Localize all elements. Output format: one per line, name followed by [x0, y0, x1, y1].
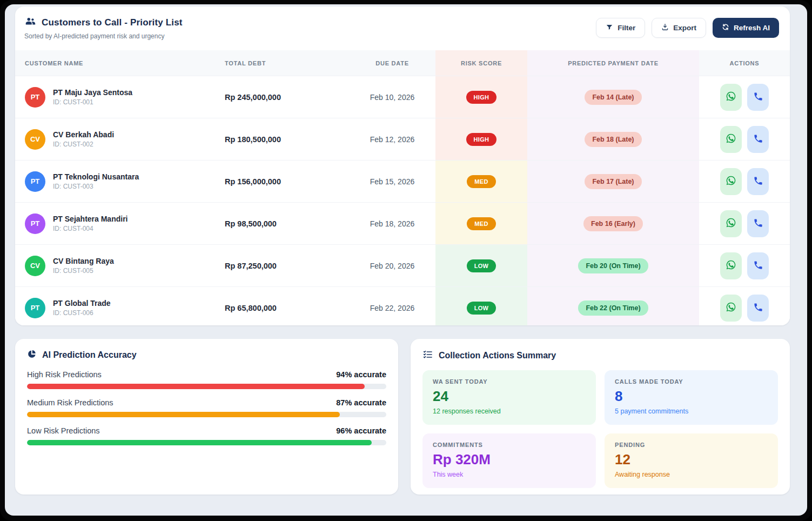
column-header-total-debt: TOTAL DEBT: [225, 50, 349, 76]
customer-id: ID: CUST-002: [53, 141, 114, 148]
stat-card-commitments: COMMITMENTS Rp 320M This week: [422, 433, 596, 488]
bar-track: [27, 440, 386, 445]
total-debt-value: Rp 65,800,000: [225, 287, 349, 325]
risk-score-badge: HIGH: [466, 133, 497, 146]
phone-icon: [753, 260, 763, 272]
accuracy-bar-medium: Medium Risk Predictions 87% accurate: [27, 398, 386, 417]
whatsapp-icon: [726, 133, 736, 145]
risk-score-badge: MED: [467, 217, 495, 230]
stat-card-pending: PENDING 12 Awaiting response: [605, 433, 778, 488]
total-debt-value: Rp 87,250,000: [225, 245, 349, 286]
due-date-value: Feb 18, 2026: [349, 203, 435, 244]
call-button[interactable]: [747, 126, 769, 153]
accuracy-bar-low: Low Risk Predictions 96% accurate: [27, 426, 386, 445]
customer-name: PT Maju Jaya Sentosa: [53, 88, 132, 97]
bar-fill: [27, 384, 365, 389]
customer-id: ID: CUST-004: [53, 225, 127, 232]
bar-label: High Risk Predictions: [27, 370, 102, 379]
page-subtitle: Sorted by AI-predicted payment risk and …: [24, 32, 183, 40]
stat-subtext: 5 payment commitments: [615, 408, 768, 415]
whatsapp-button[interactable]: [720, 295, 742, 322]
call-button[interactable]: [747, 252, 769, 279]
bar-value: 87% accurate: [336, 398, 386, 407]
customer-avatar: PT: [25, 213, 45, 234]
column-header-customer-name: CUSTOMER NAME: [15, 50, 225, 76]
phone-icon: [753, 176, 763, 188]
whatsapp-icon: [726, 175, 736, 188]
column-header-risk-score: RISK SCORE: [435, 50, 527, 76]
refresh-icon: [722, 23, 729, 32]
risk-score-badge: HIGH: [466, 91, 497, 104]
customer-avatar: CV: [25, 129, 45, 150]
refresh-ai-button[interactable]: Refresh AI: [713, 18, 779, 38]
predicted-date-pill: Feb 18 (Late): [585, 132, 641, 147]
predicted-date-pill: Feb 20 (On Time): [578, 258, 648, 273]
export-button[interactable]: Export: [652, 18, 706, 38]
priority-list-card: Customers to Call - Priority List Sorted…: [15, 6, 790, 325]
risk-score-badge: MED: [467, 175, 495, 188]
table-row: PT PT Teknologi Nusantara ID: CUST-003 R…: [15, 160, 790, 202]
whatsapp-button[interactable]: [720, 252, 742, 279]
download-icon: [661, 23, 669, 32]
stat-value: 24: [433, 388, 586, 405]
collection-summary-card: Collection Actions Summary WA SENT TODAY…: [411, 339, 790, 495]
stat-subtext: 12 responses received: [433, 408, 586, 415]
customer-avatar: CV: [25, 256, 45, 276]
whatsapp-button[interactable]: [720, 210, 742, 237]
call-button[interactable]: [747, 210, 769, 237]
stat-subtext: This week: [433, 471, 586, 478]
column-header-actions: ACTIONS: [699, 50, 790, 76]
bar-track: [27, 384, 386, 389]
stat-value: 12: [615, 451, 768, 468]
customer-name: PT Global Trade: [53, 299, 111, 308]
predicted-date-pill: Feb 14 (Late): [585, 90, 641, 105]
total-debt-value: Rp 245,000,000: [225, 76, 349, 118]
whatsapp-button[interactable]: [720, 126, 742, 153]
checklist-icon: [422, 349, 433, 362]
priority-list-header-left: Customers to Call - Priority List Sorted…: [24, 16, 183, 40]
table-row: PT PT Global Trade ID: CUST-006 Rp 65,80…: [15, 286, 790, 325]
whatsapp-icon: [726, 302, 736, 314]
bar-label: Medium Risk Predictions: [27, 398, 113, 407]
table-row: PT PT Sejahtera Mandiri ID: CUST-004 Rp …: [15, 202, 790, 244]
bar-label: Low Risk Predictions: [27, 426, 100, 435]
bar-fill: [27, 412, 340, 417]
customer-name: PT Sejahtera Mandiri: [53, 215, 127, 223]
bar-fill: [27, 440, 372, 445]
filter-button[interactable]: Filter: [596, 18, 645, 38]
due-date-value: Feb 20, 2026: [349, 245, 435, 286]
call-button[interactable]: [747, 84, 769, 111]
window-frame: Customers to Call - Priority List Sorted…: [0, 0, 812, 521]
customer-name: PT Teknologi Nusantara: [53, 172, 139, 181]
stat-value: Rp 320M: [433, 451, 586, 468]
due-date-value: Feb 10, 2026: [349, 76, 435, 118]
table-row: CV CV Berkah Abadi ID: CUST-002 Rp 180,5…: [15, 118, 790, 160]
whatsapp-button[interactable]: [720, 84, 742, 111]
total-debt-value: Rp 180,500,000: [225, 118, 349, 160]
whatsapp-icon: [726, 91, 736, 103]
call-button[interactable]: [747, 168, 769, 195]
due-date-value: Feb 15, 2026: [349, 161, 435, 202]
total-debt-value: Rp 156,000,000: [225, 161, 349, 202]
accuracy-bar-high: High Risk Predictions 94% accurate: [27, 370, 386, 389]
phone-icon: [753, 218, 763, 230]
pie-chart-icon: [27, 349, 37, 361]
stat-card-wa-sent: WA SENT TODAY 24 12 responses received: [422, 370, 596, 425]
stat-value: 8: [615, 388, 768, 405]
call-button[interactable]: [747, 295, 769, 322]
customer-avatar: PT: [25, 298, 45, 318]
bar-value: 94% accurate: [336, 370, 386, 379]
table-row: CV CV Bintang Raya ID: CUST-005 Rp 87,25…: [15, 244, 790, 286]
priority-list-header: Customers to Call - Priority List Sorted…: [15, 6, 790, 50]
dashboard-page: Customers to Call - Priority List Sorted…: [5, 4, 807, 516]
bar-track: [27, 412, 386, 417]
column-header-predicted-payment-date: PREDICTED PAYMENT DATE: [527, 50, 699, 76]
stat-label: PENDING: [615, 442, 768, 448]
customer-id: ID: CUST-005: [53, 267, 114, 275]
due-date-value: Feb 22, 2026: [349, 287, 435, 325]
whatsapp-button[interactable]: [720, 168, 742, 195]
predicted-date-pill: Feb 16 (Early): [583, 216, 643, 231]
customer-id: ID: CUST-003: [53, 183, 139, 190]
customer-id: ID: CUST-001: [53, 98, 132, 106]
phone-icon: [753, 91, 763, 103]
